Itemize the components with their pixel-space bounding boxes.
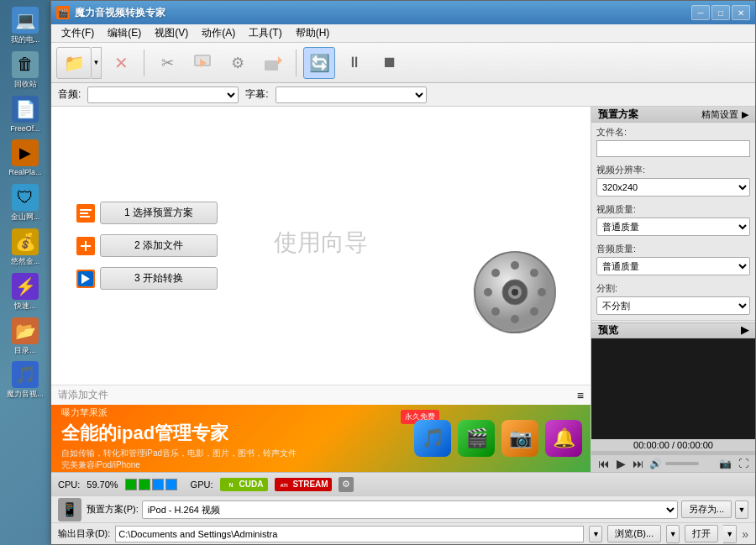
play-button[interactable]: ▶ xyxy=(615,457,627,470)
svg-point-22 xyxy=(491,269,500,277)
menu-file[interactable]: 文件(F) xyxy=(55,24,101,42)
cut-button[interactable]: ✂ xyxy=(151,47,183,79)
step-3-icon xyxy=(76,270,95,288)
banner[interactable]: 曝力苹果派 全能的ipad管理专家 自如传输，转化和管理iPad音乐，电影，图片… xyxy=(51,405,591,472)
svg-point-24 xyxy=(530,269,538,277)
start-button[interactable]: 🔄 xyxy=(303,47,335,79)
toolbar: 📁 ▼ ✕ ✂ ⚙ 🔄 xyxy=(51,43,755,83)
preset-dropdown[interactable]: iPod - H.264 视频 xyxy=(142,500,678,519)
more-options-button[interactable]: » xyxy=(742,527,748,541)
banner-icon-ringtone: 🔔 xyxy=(545,420,582,457)
split-group: 分割: 不分割 按大小分割 按时长分割 xyxy=(591,279,755,318)
svg-rect-7 xyxy=(80,212,88,214)
step-1-button[interactable]: 1 选择预置方案 xyxy=(100,202,218,224)
svg-text:ATI: ATI xyxy=(281,483,289,488)
fine-settings-label: 精简设置 xyxy=(701,108,738,121)
preview-expand-icon[interactable]: ▶ xyxy=(741,324,748,336)
video-rate-label: 视频分辨率: xyxy=(596,164,750,176)
preview-controls: ⏮ ▶ ⏭ 🔊 📷 ⛶ xyxy=(591,455,755,472)
banner-icons: 🎵 🎬 📷 🔔 xyxy=(414,420,582,457)
preview-progress-bar[interactable] xyxy=(591,451,755,454)
minimize-button[interactable]: ─ xyxy=(691,5,710,20)
banner-desc: 自如传输，转化和管理iPad音乐，电影，图片，图书，铃声文件 完美兼容iPod/… xyxy=(61,448,297,471)
desktop: 💻 我的电... 🗑 回收站 📄 FreeOf... ▶ RealPla... … xyxy=(0,0,756,545)
desktop-icon-realplayer[interactable]: ▶ RealPla... xyxy=(3,137,48,180)
save-as-button[interactable]: 另存为... xyxy=(681,500,732,518)
desktop-icons: 💻 我的电... 🗑 回收站 📄 FreeOf... ▶ RealPla... … xyxy=(0,0,50,545)
play-prev-button[interactable]: ⏮ xyxy=(596,457,612,470)
output-dropdown-button[interactable]: ▼ xyxy=(589,526,602,542)
add-file-button[interactable]: 📁 xyxy=(56,47,92,79)
pause-button[interactable]: ⏸ xyxy=(339,47,370,79)
desktop-icon-kuaisu[interactable]: ⚡ 快速... xyxy=(3,270,48,313)
svg-point-23 xyxy=(530,307,538,316)
video-quality-label: 视频质量: xyxy=(596,203,750,216)
status-bar: CPU: 59.70% GPU: N CUDA ATI STREAM ⚙ xyxy=(51,472,755,495)
svg-point-18 xyxy=(511,261,519,270)
subtitle-select[interactable] xyxy=(276,86,427,103)
desktop-icon-moli[interactable]: 🎵 魔力音视... xyxy=(3,359,48,401)
gpu-settings-button[interactable]: ⚙ xyxy=(339,477,354,492)
desktop-icon-mulu[interactable]: 📂 目录... xyxy=(3,315,48,358)
filename-group: 文件名: xyxy=(591,123,755,160)
filename-input[interactable] xyxy=(596,140,750,157)
step-2: 2 添加文件 xyxy=(76,234,218,257)
step-3: 3 开始转换 xyxy=(76,267,218,290)
preset-expand-icon[interactable]: ▶ xyxy=(742,109,748,120)
desktop-icon-youran[interactable]: 💰 悠然金... xyxy=(3,226,48,269)
menu-tools[interactable]: 工具(T) xyxy=(242,24,288,42)
cpu-bar-1 xyxy=(125,479,137,490)
screenshot-button[interactable]: 📷 xyxy=(717,458,733,469)
gpu-label: GPU: xyxy=(191,479,213,490)
remove-button[interactable]: ✕ xyxy=(105,47,137,79)
step-2-button[interactable]: 2 添加文件 xyxy=(100,234,218,257)
add-file-dropdown[interactable]: ▼ xyxy=(92,47,102,79)
menu-action[interactable]: 动作(A) xyxy=(195,24,242,42)
svg-point-25 xyxy=(491,307,500,316)
volume-slider[interactable] xyxy=(665,462,699,465)
svg-rect-11 xyxy=(81,245,91,247)
browse-dropdown-button[interactable]: ▼ xyxy=(666,525,680,543)
film-reel xyxy=(473,250,557,334)
video-quality-select[interactable]: 普通质量 高质量 低质量 xyxy=(596,217,750,236)
add-files-hint: 请添加文件 xyxy=(58,388,108,402)
file-list-toolbar-button[interactable]: ≡ xyxy=(577,389,584,402)
audio-select[interactable] xyxy=(87,86,239,103)
play-next-button[interactable]: ⏭ xyxy=(631,457,646,470)
output-button[interactable] xyxy=(257,47,289,79)
menu-view[interactable]: 视图(V) xyxy=(148,24,195,42)
video-rate-select[interactable]: 320x240 640x480 1280x720 xyxy=(596,178,750,197)
menu-help[interactable]: 帮助(H) xyxy=(289,24,337,42)
svg-rect-3 xyxy=(265,60,278,71)
step-3-button[interactable]: 3 开始转换 xyxy=(100,267,218,290)
convert-button[interactable] xyxy=(186,47,218,79)
menu-edit[interactable]: 编辑(E) xyxy=(101,24,148,42)
banner-icon-music: 🎵 xyxy=(414,420,451,457)
browse-button[interactable]: 浏览(B)... xyxy=(607,525,661,542)
open-button[interactable]: 打开 xyxy=(685,525,718,542)
fullscreen-button[interactable]: ⛶ xyxy=(737,458,750,469)
desktop-icon-freeoffice[interactable]: 📄 FreeOf... xyxy=(3,93,48,136)
split-select[interactable]: 不分割 按大小分割 按时长分割 xyxy=(596,296,750,315)
svg-rect-8 xyxy=(80,216,90,217)
svg-point-20 xyxy=(484,288,492,296)
svg-point-21 xyxy=(538,288,546,296)
preset-more-button[interactable]: ▼ xyxy=(735,500,748,519)
desktop-icon-jinshan[interactable]: 🛡 金山网... xyxy=(3,181,48,224)
video-quality-group: 视频质量: 普通质量 高质量 低质量 xyxy=(591,200,755,239)
close-button[interactable]: ✕ xyxy=(732,5,750,20)
audio-quality-select[interactable]: 普通质量 高质量 低质量 xyxy=(596,257,750,275)
stop-button[interactable]: ⏹ xyxy=(374,47,406,79)
output-path-input[interactable] xyxy=(115,526,584,542)
maximize-button[interactable]: □ xyxy=(711,5,730,20)
merge-button[interactable]: ⚙ xyxy=(222,47,254,79)
menu-bar: 文件(F) 编辑(E) 视图(V) 动作(A) 工具(T) 帮助(H) xyxy=(51,24,755,43)
desktop-icon-recycle[interactable]: 🗑 回收站 xyxy=(3,49,48,92)
filename-label: 文件名: xyxy=(596,126,750,139)
app-icon: 🎬 xyxy=(56,6,70,19)
open-more-button[interactable]: ▼ xyxy=(723,525,737,543)
step-2-icon xyxy=(76,237,95,255)
guide-title: 使用向导 xyxy=(274,227,368,259)
cpu-percent: 59.70% xyxy=(87,479,118,490)
desktop-icon-mypc[interactable]: 💻 我的电... xyxy=(3,4,48,47)
